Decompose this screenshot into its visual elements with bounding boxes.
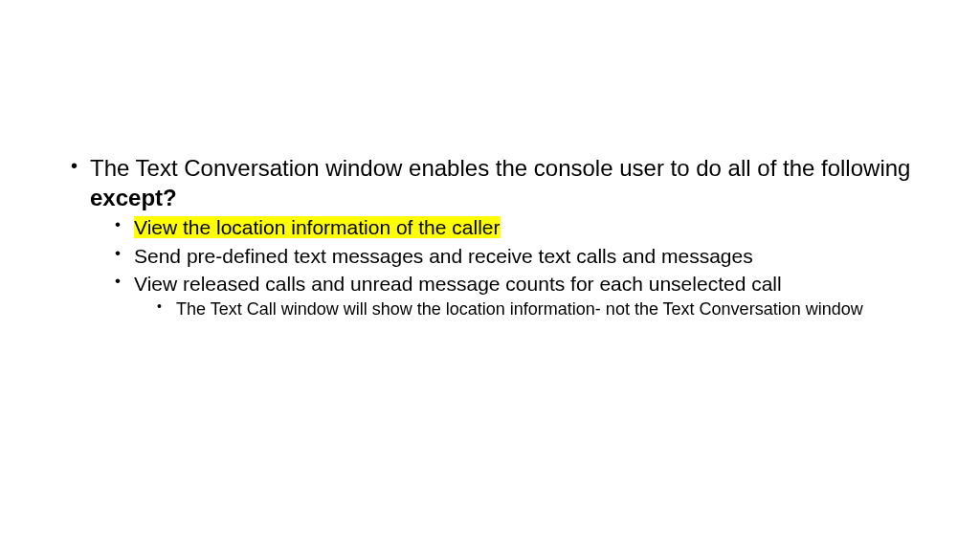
question-stem: The Text Conversation window enables the… <box>90 155 910 181</box>
answer-item-1: View the location information of the cal… <box>113 214 913 241</box>
answer-item-3: View released calls and unread message c… <box>113 271 913 321</box>
note-list: The Text Call window will show the locat… <box>155 298 913 320</box>
question-item: The Text Conversation window enables the… <box>67 153 913 321</box>
note-item: The Text Call window will show the locat… <box>155 298 913 320</box>
answer-item-2: Send pre-defined text messages and recei… <box>113 243 913 270</box>
answer-text: Send pre-defined text messages and recei… <box>134 245 753 267</box>
question-list: The Text Conversation window enables the… <box>67 153 913 321</box>
answers-list: View the location information of the cal… <box>113 214 913 320</box>
question-emphasis: except? <box>90 185 177 210</box>
note-text: The Text Call window will show the locat… <box>176 299 863 319</box>
answer-text: View the location information of the cal… <box>134 216 501 238</box>
answer-text: View released calls and unread message c… <box>134 273 782 295</box>
